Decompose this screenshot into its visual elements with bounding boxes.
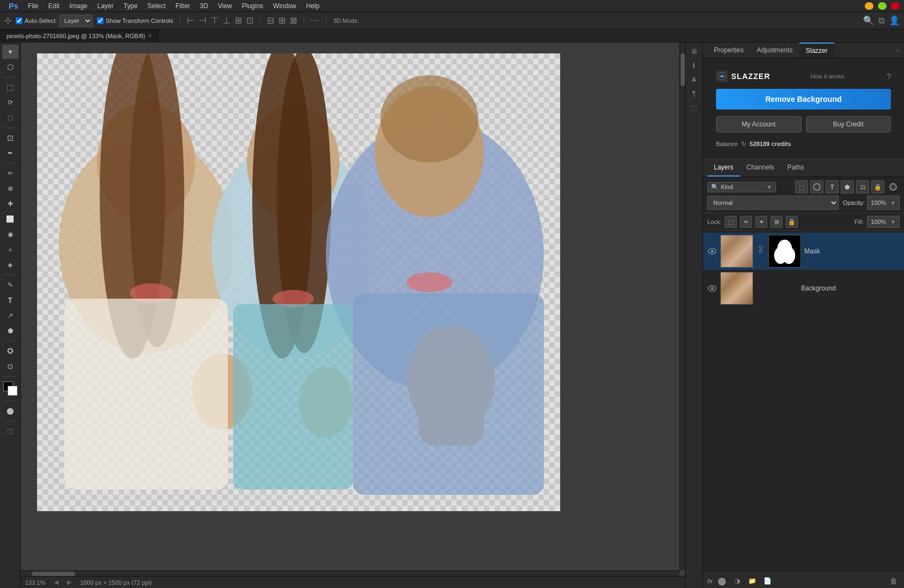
kind-filter-box[interactable]: 🔍 ▼	[707, 182, 776, 192]
adjustment-filter-btn[interactable]	[810, 180, 823, 193]
align-icon-4[interactable]: ⊥	[223, 15, 230, 26]
auto-select-checkbox[interactable]	[16, 17, 22, 24]
blur-tool[interactable]: ⟡	[2, 243, 19, 257]
nav-arrow-left[interactable]: ◀	[54, 579, 58, 586]
v-scrollbar[interactable]	[679, 43, 685, 571]
brush-tool[interactable]: ✏	[2, 166, 19, 180]
zoom-tool[interactable]: ⊙	[2, 359, 19, 373]
menu-help[interactable]: Help	[302, 1, 324, 11]
filter-toggle-circle[interactable]	[887, 180, 900, 193]
refresh-balance-icon[interactable]: ↻	[741, 140, 747, 148]
align-icon-5[interactable]: ⊞	[235, 15, 242, 26]
distribute-icon-2[interactable]: ⊞	[278, 15, 286, 26]
mini-tool-2[interactable]: ℹ	[688, 59, 701, 72]
menu-3d[interactable]: 3D	[196, 1, 213, 11]
layers-tab-layers[interactable]: Layers	[707, 159, 740, 177]
kind-filter-input[interactable]	[721, 184, 765, 190]
menu-file[interactable]: File	[23, 1, 43, 11]
gradient-tool[interactable]: ◉	[2, 227, 19, 241]
h-scrollbar[interactable]	[21, 571, 679, 576]
shape-tool[interactable]: ⬟	[2, 324, 19, 338]
layer-eye-background[interactable]	[707, 285, 717, 292]
mini-tool-5[interactable]: ⬚	[688, 101, 701, 114]
tab-slazzer[interactable]: Slazzer	[799, 43, 834, 58]
screen-mode-btn[interactable]: ⬚	[2, 424, 19, 438]
help-icon[interactable]: ?	[887, 72, 891, 81]
color-swatches[interactable]	[3, 381, 17, 396]
tab-adjustments[interactable]: Adjustments	[750, 43, 799, 57]
minimize-button[interactable]	[865, 2, 873, 10]
fill-dropdown-arrow[interactable]: ▼	[890, 219, 896, 225]
distribute-icon-3[interactable]: ⊠	[290, 15, 297, 26]
menu-window[interactable]: Window	[269, 1, 301, 11]
v-scroll-thumb[interactable]	[681, 53, 685, 86]
my-account-button[interactable]: My Account	[716, 116, 802, 132]
menu-edit[interactable]: Edit	[44, 1, 64, 11]
create-group-btn[interactable]: 📁	[747, 575, 759, 587]
quick-mask-btn[interactable]: ⬤	[2, 404, 19, 418]
more-options-dots[interactable]: ···	[311, 16, 319, 26]
remove-background-button[interactable]: Remove Background	[716, 89, 891, 110]
auto-select-dropdown[interactable]: Layer Group	[59, 15, 93, 27]
fill-value-display[interactable]: 100% ▼	[867, 216, 900, 228]
search-btn[interactable]: 🔍	[863, 15, 874, 26]
eraser-tool[interactable]: ⬜	[2, 212, 19, 226]
pixel-filter-btn[interactable]: ⬚	[795, 180, 808, 193]
lock-pixels-btn[interactable]: ⬚	[725, 216, 737, 228]
align-icon-6[interactable]: ⊡	[246, 15, 253, 26]
artboard-tool[interactable]: ⬡	[2, 60, 19, 74]
menu-filter[interactable]: Filter	[171, 1, 195, 11]
how-it-works-link[interactable]: How it works	[810, 73, 844, 80]
hand-tool[interactable]: ✪	[2, 344, 19, 358]
smart-filter-btn[interactable]: ⊡	[856, 180, 869, 193]
fx-label[interactable]: fx	[707, 578, 713, 584]
layers-tab-channels[interactable]: Channels	[740, 159, 781, 177]
dodge-tool[interactable]: ◈	[2, 258, 19, 272]
menu-select[interactable]: Select	[143, 1, 170, 11]
lock-artboard-btn[interactable]: ⊞	[770, 216, 782, 228]
lock-move-btn[interactable]: ✦	[755, 216, 767, 228]
background-color[interactable]	[8, 386, 17, 396]
pen-tool[interactable]: ✎	[2, 278, 19, 292]
h-scroll-thumb[interactable]	[32, 572, 75, 576]
layer-eye-mask[interactable]	[707, 248, 717, 254]
lock-draw-btn[interactable]: ✏	[740, 216, 752, 228]
eyedropper-tool[interactable]: ✒	[2, 146, 19, 160]
layers-tab-paths[interactable]: Paths	[781, 159, 811, 177]
canvas-scroll[interactable]	[21, 43, 685, 576]
show-transform-checkbox[interactable]	[97, 17, 104, 24]
blend-mode-select[interactable]: Normal Dissolve Multiply Screen	[707, 196, 839, 210]
layer-row-mask[interactable]: Mask	[703, 233, 904, 270]
menu-plugins[interactable]: Plugins	[238, 1, 268, 11]
maximize-button[interactable]	[878, 2, 887, 10]
delete-layer-btn[interactable]: 🗑	[888, 575, 900, 587]
type-filter-btn[interactable]: T	[826, 180, 839, 193]
text-tool[interactable]: T	[2, 293, 19, 307]
lock-all-btn[interactable]: 🔒	[786, 216, 798, 228]
lock-filter-btn[interactable]: 🔒	[871, 180, 884, 193]
nav-arrow-right[interactable]: ▶	[67, 579, 71, 586]
layer-mask-thumb[interactable]	[768, 235, 801, 268]
opacity-dropdown-arrow[interactable]: ▼	[890, 200, 896, 206]
kind-dropdown-arrow[interactable]: ▼	[767, 184, 772, 190]
opacity-value-display[interactable]: 100% ▼	[867, 196, 900, 210]
tab-properties[interactable]: Properties	[707, 43, 750, 57]
clone-tool[interactable]: ⊕	[2, 181, 19, 196]
mini-tool-4[interactable]: ¶	[688, 87, 701, 100]
layer-thumb-background[interactable]	[720, 272, 753, 305]
distribute-icon-1[interactable]: ⊟	[267, 15, 274, 26]
close-button[interactable]	[891, 2, 900, 10]
layer-row-background[interactable]: Background	[703, 270, 904, 307]
create-new-layer-btn[interactable]: 📄	[762, 575, 774, 587]
align-icon-1[interactable]: ⊢	[187, 15, 195, 26]
marquee-tool[interactable]: ⬚	[2, 80, 19, 94]
menu-layer[interactable]: Layer	[93, 1, 118, 11]
mini-tool-1[interactable]: ⊞	[688, 45, 701, 58]
path-tool[interactable]: ↗	[2, 308, 19, 323]
workspace-btn[interactable]: ⧉	[878, 16, 884, 26]
panel-collapse-icon[interactable]: »	[896, 46, 900, 54]
move-tool[interactable]: ✦	[2, 45, 19, 59]
menu-type[interactable]: Type	[119, 1, 142, 11]
align-icon-3[interactable]: ⊤	[211, 15, 219, 26]
layer-thumb-photo-mask[interactable]	[720, 235, 753, 268]
